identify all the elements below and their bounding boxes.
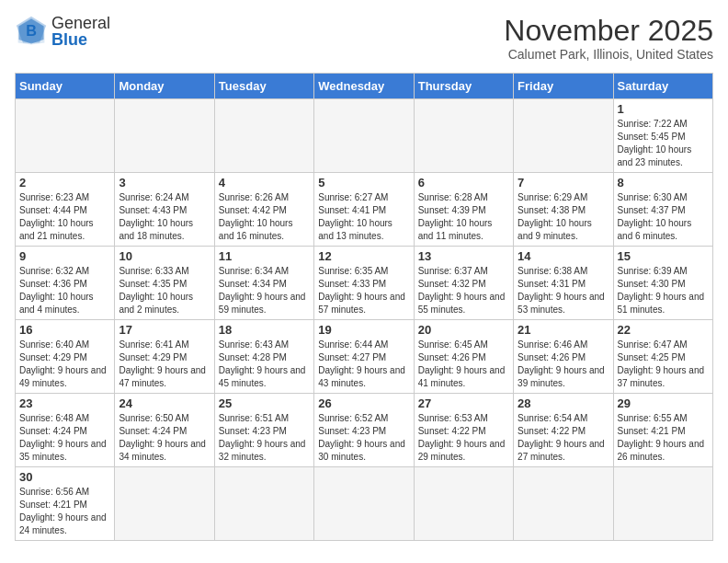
calendar-day-cell xyxy=(514,467,613,541)
day-number: 21 xyxy=(518,323,609,337)
calendar-day-cell: 28Sunrise: 6:54 AM Sunset: 4:22 PM Dayli… xyxy=(514,394,613,467)
day-number: 6 xyxy=(418,176,509,190)
day-info: Sunrise: 6:44 AM Sunset: 4:27 PM Dayligh… xyxy=(318,339,409,390)
calendar-day-cell: 2Sunrise: 6:23 AM Sunset: 4:44 PM Daylig… xyxy=(16,173,115,247)
calendar-day-cell xyxy=(214,99,313,173)
day-number: 9 xyxy=(19,249,110,263)
day-number: 15 xyxy=(618,249,709,263)
logo-text: General Blue xyxy=(51,15,110,48)
page-header: B General Blue November 2025 Calumet Par… xyxy=(15,15,713,62)
weekday-header-sunday: Sunday xyxy=(16,74,115,99)
day-info: Sunrise: 6:50 AM Sunset: 4:24 PM Dayligh… xyxy=(119,412,210,464)
day-number: 19 xyxy=(318,323,409,337)
calendar-day-cell: 29Sunrise: 6:55 AM Sunset: 4:21 PM Dayli… xyxy=(613,394,712,467)
location-subtitle: Calumet Park, Illinois, United States xyxy=(504,47,713,62)
day-number: 22 xyxy=(618,323,709,337)
calendar-day-cell xyxy=(613,467,712,541)
calendar-week-4: 16Sunrise: 6:40 AM Sunset: 4:29 PM Dayli… xyxy=(16,320,713,394)
day-info: Sunrise: 6:38 AM Sunset: 4:31 PM Dayligh… xyxy=(518,265,609,316)
calendar-day-cell: 9Sunrise: 6:32 AM Sunset: 4:36 PM Daylig… xyxy=(16,247,115,320)
day-info: Sunrise: 6:29 AM Sunset: 4:38 PM Dayligh… xyxy=(518,191,609,243)
day-number: 4 xyxy=(219,176,310,190)
calendar-week-1: 1Sunrise: 7:22 AM Sunset: 5:45 PM Daylig… xyxy=(16,99,713,173)
calendar-day-cell: 7Sunrise: 6:29 AM Sunset: 4:38 PM Daylig… xyxy=(514,173,613,247)
calendar-day-cell: 4Sunrise: 6:26 AM Sunset: 4:42 PM Daylig… xyxy=(214,173,313,247)
calendar-day-cell: 3Sunrise: 6:24 AM Sunset: 4:43 PM Daylig… xyxy=(115,173,214,247)
day-info: Sunrise: 6:54 AM Sunset: 4:22 PM Dayligh… xyxy=(518,412,609,464)
day-info: Sunrise: 6:47 AM Sunset: 4:25 PM Dayligh… xyxy=(618,339,709,390)
day-number: 11 xyxy=(219,249,310,263)
calendar-day-cell: 16Sunrise: 6:40 AM Sunset: 4:29 PM Dayli… xyxy=(16,320,115,394)
day-info: Sunrise: 6:53 AM Sunset: 4:22 PM Dayligh… xyxy=(418,412,509,464)
calendar-day-cell xyxy=(314,99,414,173)
logo: B General Blue xyxy=(15,15,110,48)
day-info: Sunrise: 6:27 AM Sunset: 4:41 PM Dayligh… xyxy=(318,191,409,243)
day-number: 7 xyxy=(518,176,609,190)
calendar-day-cell xyxy=(414,99,513,173)
day-info: Sunrise: 6:30 AM Sunset: 4:37 PM Dayligh… xyxy=(618,191,709,243)
day-info: Sunrise: 6:41 AM Sunset: 4:29 PM Dayligh… xyxy=(119,339,210,390)
day-number: 13 xyxy=(418,249,509,263)
weekday-header-wednesday: Wednesday xyxy=(314,74,414,99)
day-number: 29 xyxy=(618,396,709,410)
day-info: Sunrise: 6:52 AM Sunset: 4:23 PM Dayligh… xyxy=(318,412,409,464)
calendar-day-cell: 26Sunrise: 6:52 AM Sunset: 4:23 PM Dayli… xyxy=(314,394,414,467)
day-number: 25 xyxy=(219,396,310,410)
calendar-day-cell: 27Sunrise: 6:53 AM Sunset: 4:22 PM Dayli… xyxy=(414,394,513,467)
title-block: November 2025 Calumet Park, Illinois, Un… xyxy=(504,15,713,62)
calendar-table: SundayMondayTuesdayWednesdayThursdayFrid… xyxy=(15,73,713,541)
day-info: Sunrise: 6:35 AM Sunset: 4:33 PM Dayligh… xyxy=(318,265,409,316)
calendar-week-2: 2Sunrise: 6:23 AM Sunset: 4:44 PM Daylig… xyxy=(16,173,713,247)
day-info: Sunrise: 6:24 AM Sunset: 4:43 PM Dayligh… xyxy=(119,191,210,243)
day-info: Sunrise: 6:48 AM Sunset: 4:24 PM Dayligh… xyxy=(19,412,110,464)
day-info: Sunrise: 6:55 AM Sunset: 4:21 PM Dayligh… xyxy=(618,412,709,464)
day-info: Sunrise: 6:33 AM Sunset: 4:35 PM Dayligh… xyxy=(119,265,210,316)
weekday-header-saturday: Saturday xyxy=(613,74,712,99)
day-number: 18 xyxy=(219,323,310,337)
day-number: 16 xyxy=(19,323,110,337)
weekday-header-row: SundayMondayTuesdayWednesdayThursdayFrid… xyxy=(16,74,713,99)
day-number: 30 xyxy=(19,470,110,484)
calendar-day-cell: 30Sunrise: 6:56 AM Sunset: 4:21 PM Dayli… xyxy=(16,467,115,541)
calendar-day-cell: 25Sunrise: 6:51 AM Sunset: 4:23 PM Dayli… xyxy=(214,394,313,467)
calendar-day-cell: 15Sunrise: 6:39 AM Sunset: 4:30 PM Dayli… xyxy=(613,247,712,320)
weekday-header-friday: Friday xyxy=(514,74,613,99)
day-number: 24 xyxy=(119,396,210,410)
calendar-day-cell: 5Sunrise: 6:27 AM Sunset: 4:41 PM Daylig… xyxy=(314,173,414,247)
calendar-day-cell: 21Sunrise: 6:46 AM Sunset: 4:26 PM Dayli… xyxy=(514,320,613,394)
day-number: 26 xyxy=(318,396,409,410)
calendar-day-cell: 13Sunrise: 6:37 AM Sunset: 4:32 PM Dayli… xyxy=(414,247,513,320)
calendar-day-cell: 23Sunrise: 6:48 AM Sunset: 4:24 PM Dayli… xyxy=(16,394,115,467)
calendar-week-6: 30Sunrise: 6:56 AM Sunset: 4:21 PM Dayli… xyxy=(16,467,713,541)
calendar-day-cell: 11Sunrise: 6:34 AM Sunset: 4:34 PM Dayli… xyxy=(214,247,313,320)
day-info: Sunrise: 6:43 AM Sunset: 4:28 PM Dayligh… xyxy=(219,339,310,390)
day-info: Sunrise: 6:32 AM Sunset: 4:36 PM Dayligh… xyxy=(19,265,110,316)
day-number: 27 xyxy=(418,396,509,410)
day-info: Sunrise: 6:23 AM Sunset: 4:44 PM Dayligh… xyxy=(19,191,110,243)
day-info: Sunrise: 6:56 AM Sunset: 4:21 PM Dayligh… xyxy=(19,486,110,537)
calendar-day-cell: 18Sunrise: 6:43 AM Sunset: 4:28 PM Dayli… xyxy=(214,320,313,394)
calendar-day-cell: 20Sunrise: 6:45 AM Sunset: 4:26 PM Dayli… xyxy=(414,320,513,394)
calendar-week-5: 23Sunrise: 6:48 AM Sunset: 4:24 PM Dayli… xyxy=(16,394,713,467)
generalblue-logo-icon: B xyxy=(15,15,48,48)
calendar-day-cell: 12Sunrise: 6:35 AM Sunset: 4:33 PM Dayli… xyxy=(314,247,414,320)
day-info: Sunrise: 6:51 AM Sunset: 4:23 PM Dayligh… xyxy=(219,412,310,464)
day-info: Sunrise: 6:45 AM Sunset: 4:26 PM Dayligh… xyxy=(418,339,509,390)
weekday-header-monday: Monday xyxy=(115,74,214,99)
svg-text:B: B xyxy=(26,22,37,39)
weekday-header-tuesday: Tuesday xyxy=(214,74,313,99)
day-info: Sunrise: 6:28 AM Sunset: 4:39 PM Dayligh… xyxy=(418,191,509,243)
day-number: 3 xyxy=(119,176,210,190)
day-info: Sunrise: 6:46 AM Sunset: 4:26 PM Dayligh… xyxy=(518,339,609,390)
month-year-title: November 2025 xyxy=(504,15,713,47)
calendar-day-cell xyxy=(115,99,214,173)
day-info: Sunrise: 6:40 AM Sunset: 4:29 PM Dayligh… xyxy=(19,339,110,390)
calendar-day-cell: 6Sunrise: 6:28 AM Sunset: 4:39 PM Daylig… xyxy=(414,173,513,247)
day-number: 2 xyxy=(19,176,110,190)
day-info: Sunrise: 6:26 AM Sunset: 4:42 PM Dayligh… xyxy=(219,191,310,243)
day-info: Sunrise: 6:39 AM Sunset: 4:30 PM Dayligh… xyxy=(618,265,709,316)
calendar-day-cell xyxy=(214,467,313,541)
day-number: 12 xyxy=(318,249,409,263)
calendar-week-3: 9Sunrise: 6:32 AM Sunset: 4:36 PM Daylig… xyxy=(16,247,713,320)
day-number: 5 xyxy=(318,176,409,190)
